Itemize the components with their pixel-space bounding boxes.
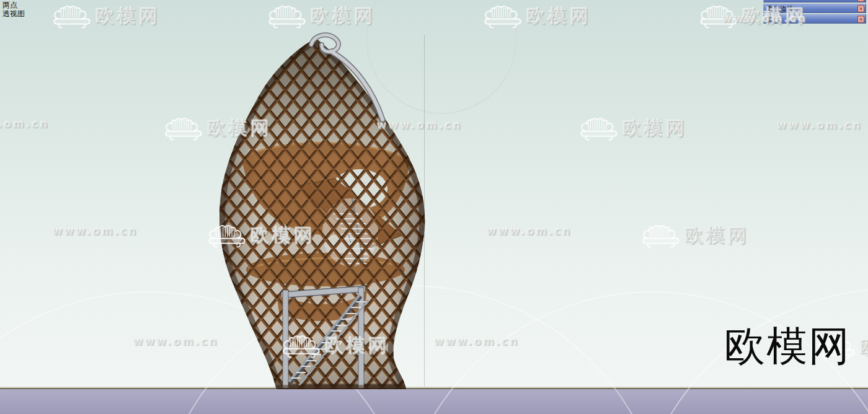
tower-model[interactable] (205, 31, 440, 392)
watermark-url: www.om.cn (53, 225, 138, 237)
close-icon[interactable]: ✕ (857, 15, 864, 22)
close-icon[interactable]: ✕ (857, 0, 864, 1)
sofa-icon (53, 5, 91, 29)
dialog-titlebar-shadows[interactable]: 阴影 ✕ (763, 14, 866, 24)
camera-projection-label: 两点 (2, 1, 25, 9)
ground-plane (0, 388, 868, 414)
sofa-icon (699, 5, 738, 29)
sofa-icon (484, 5, 522, 29)
viewport-canvas[interactable]: { "camera": { "projection_label": "两点", … (0, 0, 868, 414)
sofa-icon (164, 117, 203, 141)
watermark-logo-text: 欧模网 (95, 4, 161, 29)
dialog-titlebar-0[interactable]: ✕ (763, 0, 866, 2)
sofa-icon (268, 5, 306, 29)
watermark-url: www.om.cn (0, 118, 50, 130)
watermark-logo: 欧模网 (268, 4, 376, 29)
tower-body (205, 31, 440, 392)
sofa-icon (642, 224, 680, 248)
dialog-title: 阴影 (764, 16, 780, 22)
watermark-url: www.om.cn (434, 335, 520, 348)
dialog-title: 柔化边线 (764, 6, 794, 12)
watermark-logo: 欧模网 (642, 223, 750, 249)
close-icon[interactable]: ✕ (857, 5, 864, 12)
watermark-url: www.om.cn (487, 225, 572, 237)
watermark-logo: 欧模网 (53, 4, 161, 29)
site-brand-text: 欧模网 (724, 319, 851, 374)
dialog-stack: ✕ 柔化边线 ✕ 阴影 ✕ (763, 0, 866, 24)
watermark-logo: 欧模网 (580, 116, 688, 141)
watermark-url: www.om.cn (777, 119, 862, 131)
watermark-logo: 欧模网 (484, 4, 591, 29)
camera-view-label: 透视图 (2, 9, 25, 18)
sofa-icon (580, 117, 618, 141)
camera-labels: 两点 透视图 (2, 1, 25, 18)
dialog-titlebar-soften-edges[interactable]: 柔化边线 ✕ (763, 4, 866, 13)
